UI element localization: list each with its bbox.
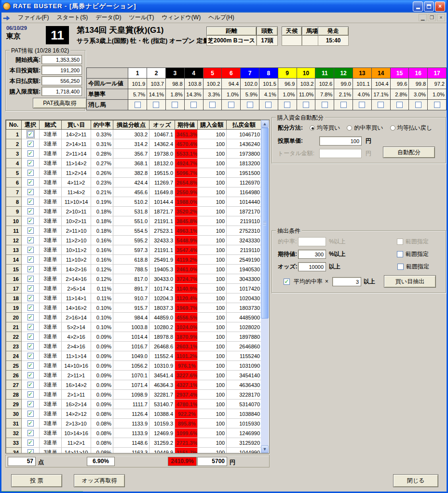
scratch-checkbox[interactable]	[434, 102, 440, 108]
mdi-restore-button[interactable]: ❐	[428, 14, 436, 21]
select-checkbox[interactable]: ✓	[27, 343, 34, 349]
select-checkbox[interactable]: ✓	[27, 333, 34, 340]
select-checkbox[interactable]: ✓	[27, 324, 34, 330]
menu-item[interactable]: データ(D)	[92, 13, 125, 23]
select-checkbox[interactable]: ✓	[27, 401, 34, 407]
select-checkbox[interactable]: ✓	[27, 208, 34, 214]
scrollbar-thumb[interactable]	[261, 128, 269, 319]
select-checkbox[interactable]: ✓	[27, 276, 34, 282]
odds-range-label[interactable]: 範囲指定	[406, 263, 429, 271]
select-checkbox[interactable]: ✓	[27, 141, 34, 147]
scratch-checkbox[interactable]	[190, 102, 197, 108]
scratch-checkbox[interactable]	[340, 102, 347, 108]
select-checkbox[interactable]: ✓	[27, 199, 34, 205]
select-checkbox[interactable]: ✓	[27, 353, 34, 359]
scratch-checkbox[interactable]	[415, 102, 421, 108]
select-checkbox[interactable]: ✓	[27, 382, 34, 388]
avg-multiplier-input[interactable]: 3	[332, 277, 361, 286]
vertical-scrollbar[interactable]: ▲ ▼	[261, 120, 269, 453]
select-checkbox[interactable]: ✓	[27, 372, 34, 378]
pat-balance-button[interactable]: PAT残高取得	[33, 98, 87, 108]
auto-allocate-button[interactable]: 自動配分	[383, 147, 435, 158]
scratch-checkbox[interactable]	[378, 102, 384, 108]
bets-column-header: 選択	[22, 120, 40, 130]
scratch-checkbox[interactable]	[135, 102, 141, 108]
scratch-checkbox[interactable]	[284, 102, 290, 108]
row-number: 3	[6, 149, 22, 159]
select-cell: ✓	[22, 438, 40, 448]
select-checkbox[interactable]: ✓	[27, 391, 34, 398]
extract-bets-button[interactable]: 買い目抽出	[384, 275, 436, 288]
select-checkbox[interactable]: ✓	[27, 218, 34, 224]
radio-hitrate-buy-label[interactable]: 的中率買い	[354, 124, 383, 132]
close-dialog-button[interactable]: 閉じる	[393, 474, 438, 487]
scratch-checkbox[interactable]	[172, 102, 178, 108]
radio-equal-buy-label[interactable]: 均等買い	[317, 124, 340, 132]
expected-range-label[interactable]: 範囲指定	[406, 250, 429, 258]
select-checkbox[interactable]: ✓	[27, 160, 34, 166]
menu-item[interactable]: ウィンドウ(W)	[158, 13, 204, 23]
menu-item[interactable]: スタート(S)	[53, 13, 92, 23]
scroll-down-button[interactable]: ▼	[261, 445, 269, 453]
select-checkbox[interactable]: ✓	[27, 131, 34, 137]
scratch-checkbox[interactable]	[228, 102, 234, 108]
scratch-checkbox[interactable]	[396, 102, 403, 108]
select-checkbox[interactable]: ✓	[27, 179, 34, 186]
bet-type-cell: 3連単	[40, 245, 62, 255]
select-checkbox[interactable]: ✓	[27, 266, 34, 272]
select-checkbox[interactable]: ✓	[27, 189, 34, 195]
unit-price-input[interactable]: 100	[319, 136, 362, 146]
radio-equal-buy[interactable]	[310, 125, 315, 131]
avg-hit-label[interactable]: 平均的中率	[294, 278, 323, 286]
mdi-minimize-button[interactable]: ▁	[419, 14, 427, 21]
select-checkbox[interactable]: ✓	[27, 440, 34, 446]
refetch-odds-button[interactable]: オッズ再取得	[74, 474, 125, 487]
select-checkbox[interactable]: ✓	[27, 150, 34, 157]
select-checkbox[interactable]: ✓	[27, 449, 34, 453]
select-checkbox[interactable]: ✓	[27, 285, 34, 292]
scratch-checkbox[interactable]	[209, 102, 216, 108]
select-checkbox[interactable]: ✓	[27, 420, 34, 426]
radio-equal-payout-label[interactable]: 均等払い戻し	[397, 124, 433, 132]
scratch-checkbox[interactable]	[153, 102, 159, 108]
hit-rate-cell: 0.08%	[91, 419, 113, 428]
odds-range-checkbox[interactable]	[397, 264, 404, 270]
select-checkbox[interactable]: ✓	[27, 256, 34, 263]
select-checkbox[interactable]: ✓	[27, 247, 34, 253]
select-checkbox[interactable]: ✓	[27, 411, 34, 417]
select-checkbox[interactable]: ✓	[27, 170, 34, 176]
select-checkbox[interactable]: ✓	[27, 362, 34, 369]
avg-hit-checkbox[interactable]: ✓	[284, 279, 290, 285]
menu-item[interactable]: ヘルプ(H)	[204, 13, 238, 23]
scratch-checkbox[interactable]	[303, 102, 309, 108]
radio-hitrate-buy[interactable]	[347, 125, 352, 131]
select-checkbox[interactable]: ✓	[27, 237, 34, 243]
bet-type-cell: 3連単	[40, 207, 62, 216]
pat-info-title: PAT情報 (10/28 16:02)	[10, 47, 70, 55]
scratch-checkbox[interactable]	[322, 102, 328, 108]
menu-item[interactable]: ツール(T)	[125, 13, 158, 23]
pat-field-value: 191,200	[41, 66, 82, 75]
scratch-checkbox[interactable]	[247, 102, 253, 108]
select-checkbox[interactable]: ✓	[27, 295, 34, 301]
menu-item[interactable]: ファイル(F)	[14, 13, 53, 23]
scratch-checkbox[interactable]	[359, 102, 365, 108]
scratch-checkbox[interactable]	[265, 102, 272, 108]
close-button[interactable]: ×	[435, 1, 445, 12]
bets-column-header: オッズ	[149, 120, 175, 130]
radio-equal-payout[interactable]	[390, 125, 395, 131]
select-checkbox[interactable]: ✓	[27, 430, 34, 436]
select-checkbox[interactable]: ✓	[27, 314, 34, 320]
bet-type-cell: 3連単	[40, 139, 62, 149]
minimize-button[interactable]	[413, 1, 423, 12]
expected-input[interactable]: 300	[298, 250, 326, 259]
expected-range-checkbox[interactable]	[397, 251, 403, 257]
vote-button[interactable]: 投 票	[11, 474, 62, 487]
scroll-up-button[interactable]: ▲	[261, 120, 269, 128]
row-number: 14	[6, 255, 22, 265]
mdi-close-button[interactable]: ×	[437, 14, 445, 21]
maximize-button[interactable]	[424, 1, 434, 12]
select-checkbox[interactable]: ✓	[27, 305, 34, 311]
select-checkbox[interactable]: ✓	[27, 227, 34, 234]
odds-input[interactable]: 10000	[298, 262, 326, 271]
